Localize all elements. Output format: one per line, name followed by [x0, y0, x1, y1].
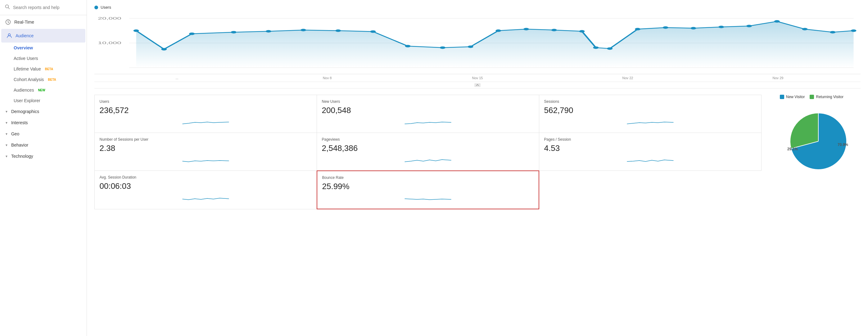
arrow-demographics-icon: ▼ — [5, 110, 8, 113]
metric-pages-per-session[interactable]: Pages / Session 4.53 — [539, 132, 762, 171]
svg-point-24 — [551, 29, 557, 31]
sidebar-item-demographics[interactable]: ▼ Demographics — [0, 106, 87, 117]
svg-point-29 — [663, 26, 669, 29]
x-label-4: Nov 29 — [703, 76, 853, 80]
sidebar-item-realtime[interactable]: Real-Time — [0, 15, 87, 29]
line-chart: 20,000 10,000 — [94, 12, 861, 74]
sidebar-item-interests[interactable]: ▼ Interests — [0, 117, 87, 128]
metric-sessions-value: 562,790 — [544, 105, 756, 115]
sparkline-sessions — [544, 118, 756, 127]
metric-avg-session[interactable]: Avg. Session Duration 00:06:03 — [94, 171, 317, 209]
audience-label: Audience — [16, 33, 34, 38]
pie-legend: New Visitor Returning Visitor — [780, 95, 843, 99]
metric-br-value: 25.99% — [322, 182, 534, 191]
search-bar[interactable] — [0, 0, 87, 15]
pie-label-returning-pct: 29.1% — [787, 147, 798, 151]
metric-bounce-rate[interactable]: Bounce Rate 25.99% — [317, 171, 539, 209]
pie-legend-new-visitor: New Visitor — [780, 95, 805, 99]
metric-pps-value: 4.53 — [544, 144, 756, 153]
metric-pageviews[interactable]: Pageviews 2,548,386 — [317, 132, 539, 171]
sidebar-sub-audiences[interactable]: Audiences NEW — [0, 85, 87, 95]
svg-point-13 — [189, 33, 195, 35]
svg-text:10,000: 10,000 — [98, 41, 121, 45]
svg-text:20,000: 20,000 — [98, 17, 121, 20]
x-label-1: Nov 8 — [252, 76, 402, 80]
svg-point-19 — [405, 45, 411, 47]
person-icon — [6, 33, 12, 39]
svg-point-26 — [593, 46, 598, 49]
arrow-behavior-icon: ▼ — [5, 144, 8, 147]
svg-rect-37 — [474, 83, 480, 87]
svg-point-25 — [579, 30, 585, 33]
sparkline-br — [322, 194, 534, 203]
svg-point-27 — [607, 47, 613, 50]
svg-point-14 — [231, 31, 237, 34]
svg-point-11 — [133, 30, 139, 32]
right-panel: New Visitor Returning Visitor — [769, 89, 868, 215]
arrow-geo-icon: ▼ — [5, 132, 8, 136]
metric-empty — [539, 171, 762, 209]
svg-line-4 — [8, 22, 9, 23]
new-visitor-legend-label: New Visitor — [786, 95, 805, 99]
svg-point-33 — [774, 20, 780, 23]
sidebar-item-behavior[interactable]: ▼ Behavior — [0, 140, 87, 151]
chart-legend: Users — [94, 5, 861, 10]
svg-line-1 — [8, 8, 10, 9]
svg-point-17 — [335, 30, 341, 32]
chart-collapse-button[interactable] — [94, 82, 861, 89]
pie-legend-returning-visitor: Returning Visitor — [810, 95, 843, 99]
sparkline-pps — [544, 156, 756, 165]
returning-visitor-dot — [810, 95, 814, 99]
sidebar-sub-overview[interactable]: Overview — [0, 42, 87, 53]
sidebar-sub-cohort[interactable]: Cohort Analysis BETA — [0, 74, 87, 85]
svg-point-21 — [468, 45, 473, 48]
metric-sessions[interactable]: Sessions 562,790 — [539, 95, 762, 133]
metric-new-users-value: 200,548 — [322, 105, 534, 115]
pie-svg — [784, 107, 852, 176]
sparkline-asd — [100, 193, 312, 203]
sidebar-item-technology[interactable]: ▼ Technology — [0, 151, 87, 162]
main-content: Users 20,000 10,000 — [87, 0, 868, 336]
clock-icon — [5, 19, 11, 25]
sidebar-sub-active-users[interactable]: Active Users — [0, 53, 87, 64]
svg-point-36 — [851, 30, 857, 32]
metric-sessions-label: Sessions — [544, 99, 756, 104]
svg-point-23 — [523, 28, 529, 30]
sidebar-sub-user-explorer[interactable]: User Explorer — [0, 95, 87, 106]
metric-users-value: 236,572 — [100, 105, 312, 115]
svg-point-12 — [161, 48, 167, 50]
sidebar-item-geo[interactable]: ▼ Geo — [0, 128, 87, 140]
beta-badge-cohort: BETA — [46, 78, 57, 82]
arrow-interests-icon: ▼ — [5, 121, 8, 124]
metric-sessions-per-user[interactable]: Number of Sessions per User 2.38 — [94, 132, 317, 171]
search-icon — [5, 4, 10, 10]
returning-visitor-legend-label: Returning Visitor — [816, 95, 843, 99]
svg-point-16 — [301, 29, 306, 31]
sidebar-item-audience[interactable]: Audience — [1, 29, 85, 42]
realtime-label: Real-Time — [14, 20, 34, 25]
metric-new-users[interactable]: New Users 200,548 — [317, 95, 539, 133]
metric-br-label: Bounce Rate — [322, 176, 534, 180]
users-legend-label: Users — [101, 5, 111, 10]
sidebar-sub-lifetime-value[interactable]: Lifetime Value BETA — [0, 64, 87, 74]
svg-point-22 — [495, 30, 501, 32]
metric-pv-value: 2,548,386 — [322, 144, 534, 153]
new-badge-audiences: NEW — [36, 88, 46, 92]
metric-spu-value: 2.38 — [100, 144, 312, 153]
search-input[interactable] — [13, 5, 82, 10]
sparkline-spu — [100, 156, 312, 165]
metric-pv-label: Pageviews — [322, 137, 534, 142]
pie-chart: 70.9% 29.1% — [784, 107, 852, 176]
svg-point-28 — [635, 28, 641, 30]
svg-point-32 — [746, 25, 752, 27]
metric-spu-label: Number of Sessions per User — [100, 137, 312, 142]
metric-users[interactable]: Users 236,572 — [94, 95, 317, 133]
nav-section: Real-Time Audience Overview Active Users… — [0, 15, 87, 162]
svg-point-35 — [830, 31, 835, 34]
beta-badge-lifetime: BETA — [43, 67, 55, 71]
x-label-0: ... — [102, 76, 252, 80]
svg-point-34 — [802, 28, 808, 30]
chart-svg: 20,000 10,000 — [94, 12, 861, 74]
pie-label-new-pct: 70.9% — [838, 143, 848, 147]
chart-area: Users 20,000 10,000 — [87, 0, 868, 89]
